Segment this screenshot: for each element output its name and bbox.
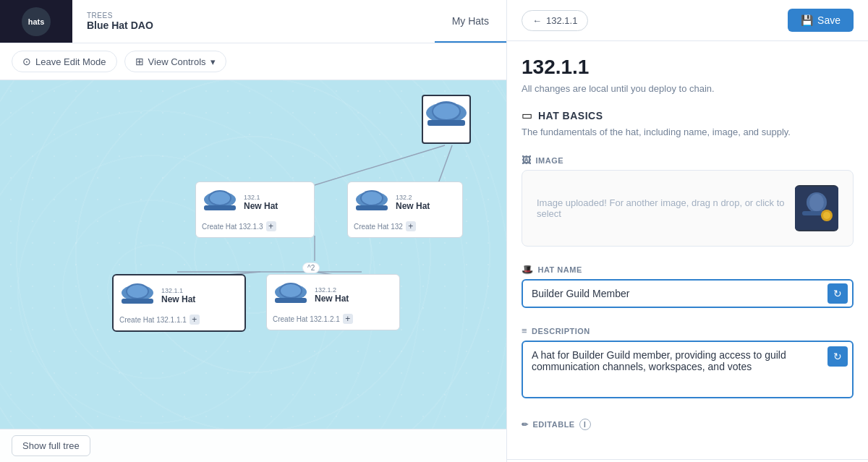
my-hats-label: My Hats: [452, 15, 489, 27]
save-label: Save: [817, 14, 841, 26]
toolbar: ⊙ Leave Edit Mode ⊞ View Controls ▾: [0, 43, 506, 80]
root-hat-image: [425, 98, 468, 140]
logo-area: hats: [0, 0, 72, 43]
hat-image-132-2: [354, 188, 390, 217]
local-notice: All changes are local until you deploy t…: [522, 83, 854, 94]
svg-rect-16: [356, 205, 388, 210]
leave-edit-mode-button[interactable]: ⊙ Leave Edit Mode: [12, 51, 117, 72]
create-hat-132-1-1-1-btn[interactable]: Create Hat 132.1.1.1 +: [119, 315, 239, 325]
description-textarea-wrapper: A hat for Builder Guild member, providin…: [522, 341, 854, 401]
hat-detail-title: 132.1.1: [522, 56, 854, 79]
hat-image-132-1-2: [273, 281, 309, 309]
edit-pencil-icon: ✏: [522, 420, 529, 429]
hat-name-section: 🎩 HAT NAME ↻: [522, 264, 854, 308]
right-header: ← 132.1.1 💾 Save: [507, 0, 868, 41]
back-label: 132.1.1: [546, 15, 577, 26]
svg-line-1: [438, 145, 452, 185]
image-preview-inner: [795, 187, 838, 230]
dao-name: Blue Hat DAO: [87, 20, 420, 31]
tree-canvas: 132.1 New Hat Create Hat 132.1.3 + 132.2: [0, 80, 506, 429]
leave-edit-label: Leave Edit Mode: [35, 56, 106, 67]
create-hat-132-label: Create Hat 132: [354, 223, 403, 231]
edit-icon: ⊙: [22, 56, 31, 67]
info-icon[interactable]: i: [579, 419, 591, 430]
view-controls-button[interactable]: ⊞ View Controls ▾: [124, 51, 226, 72]
svg-point-28: [809, 194, 824, 211]
svg-point-21: [127, 285, 148, 298]
save-icon: 💾: [801, 14, 813, 26]
hat-name-refresh-button[interactable]: ↻: [827, 283, 848, 304]
back-button[interactable]: ← 132.1.1: [522, 10, 588, 31]
my-hats-tab[interactable]: My Hats: [435, 0, 506, 43]
description-section: ≡ DESCRIPTION A hat for Builder Guild me…: [522, 325, 854, 401]
create-hat-132-1-1-1-label: Create Hat 132.1.1.1: [119, 316, 187, 324]
preview-image: [795, 187, 838, 230]
description-textarea[interactable]: A hat for Builder Guild member, providin…: [522, 341, 854, 398]
svg-rect-8: [427, 120, 465, 126]
hat-name-132-1: New Hat: [244, 201, 278, 211]
hat-basics-desc: The fundamentals of the hat, including n…: [522, 127, 854, 137]
editable-section: ✏ EDITABLE i: [522, 419, 854, 430]
create-hat-132-1-3-label: Create Hat 132.1.3: [202, 223, 263, 231]
section-header-hat-basics: ▭ Hat Basics: [522, 108, 854, 122]
list-icon: ≡: [522, 325, 527, 336]
right-panel: ← 132.1.1 💾 Save 132.1.1 All changes are…: [506, 0, 868, 462]
image-upload-area[interactable]: Image uploaded! For another image, drag …: [522, 170, 854, 247]
hat-id-132-1: 132.1: [244, 194, 278, 201]
create-hat-132-1-2-1-btn[interactable]: Create Hat 132.1.2.1 +: [273, 314, 393, 324]
hat-image-132-1: [202, 188, 238, 217]
hat-image-132-1-1: [119, 281, 156, 310]
description-refresh-button[interactable]: ↻: [827, 346, 848, 367]
hat-name-132-1-2: New Hat: [315, 294, 349, 304]
hat-basics-section: ▭ Hat Basics The fundamentals of the hat…: [522, 108, 854, 137]
svg-point-9: [433, 103, 459, 119]
hat-name-132-2: New Hat: [396, 201, 430, 211]
hat-name-label-text: HAT NAME: [538, 265, 582, 274]
header-middle: TREES Blue Hat DAO: [72, 12, 435, 31]
plus-icon-132[interactable]: +: [406, 221, 416, 231]
image-placeholder: Image uploaded! For another image, drag …: [537, 197, 795, 219]
description-label: ≡ DESCRIPTION: [522, 325, 854, 336]
hat-node-132-1-2[interactable]: 132.1.2 New Hat Create Hat 132.1.2.1 +: [266, 274, 400, 330]
left-panel: hats TREES Blue Hat DAO My Hats ⊙ Leave …: [0, 0, 506, 462]
hat-node-132-1[interactable]: 132.1 New Hat Create Hat 132.1.3 +: [195, 181, 315, 238]
hat-id-132-2: 132.2: [396, 194, 430, 201]
hat-node-132-2[interactable]: 132.2 New Hat Create Hat 132 +: [347, 181, 463, 238]
save-button[interactable]: 💾 Save: [788, 9, 854, 32]
bottom-nav: ⊙ 132.1 132.1.2 ⊕: [507, 459, 868, 462]
svg-point-13: [210, 192, 230, 205]
image-section: 🖼 IMAGE Image uploaded! For another imag…: [522, 155, 854, 247]
show-full-tree-label: Show full tree: [22, 440, 80, 451]
show-full-tree-button[interactable]: Show full tree: [12, 435, 90, 456]
plus-icon-132-1-3[interactable]: +: [266, 221, 276, 231]
collapse-indicator[interactable]: ^2: [302, 262, 320, 273]
hat-id-132-1-1: 132.1.1: [161, 287, 195, 294]
hat-name-132-1-1: New Hat: [161, 294, 195, 304]
create-hat-132-btn[interactable]: Create Hat 132 +: [354, 221, 456, 231]
section-label: TREES: [87, 12, 420, 20]
chevron-down-icon: ▾: [210, 56, 216, 67]
hat-node-132-1-1[interactable]: 132.1.1 New Hat Create Hat 132.1.1.1 +: [112, 274, 246, 332]
image-icon: 🖼: [522, 155, 532, 166]
image-preview: [795, 185, 838, 231]
root-node[interactable]: [422, 95, 471, 144]
svg-rect-24: [275, 298, 307, 303]
plus-icon-132-1-1-1[interactable]: +: [190, 315, 200, 325]
hat-id-132-1-2: 132.1.2: [315, 286, 349, 294]
logo: hats: [22, 7, 51, 36]
collapse-label: ^2: [307, 264, 315, 272]
right-content: 132.1.1 All changes are local until you …: [507, 41, 868, 459]
description-label-text: DESCRIPTION: [532, 327, 590, 335]
svg-point-25: [281, 284, 301, 297]
create-hat-132-1-3-btn[interactable]: Create Hat 132.1.3 +: [202, 221, 308, 231]
hat-basics-title: Hat Basics: [538, 110, 603, 121]
hat-icon: 🎩: [522, 264, 534, 275]
arrow-left-icon: ←: [532, 15, 542, 26]
hat-name-label: 🎩 HAT NAME: [522, 264, 854, 275]
bottom-bar: Show full tree: [0, 429, 506, 462]
plus-icon-132-1-2-1[interactable]: +: [343, 314, 353, 324]
svg-rect-20: [122, 299, 153, 304]
view-controls-label: View Controls: [148, 56, 206, 67]
image-label-text: IMAGE: [536, 156, 564, 165]
hat-name-input[interactable]: [522, 279, 854, 308]
